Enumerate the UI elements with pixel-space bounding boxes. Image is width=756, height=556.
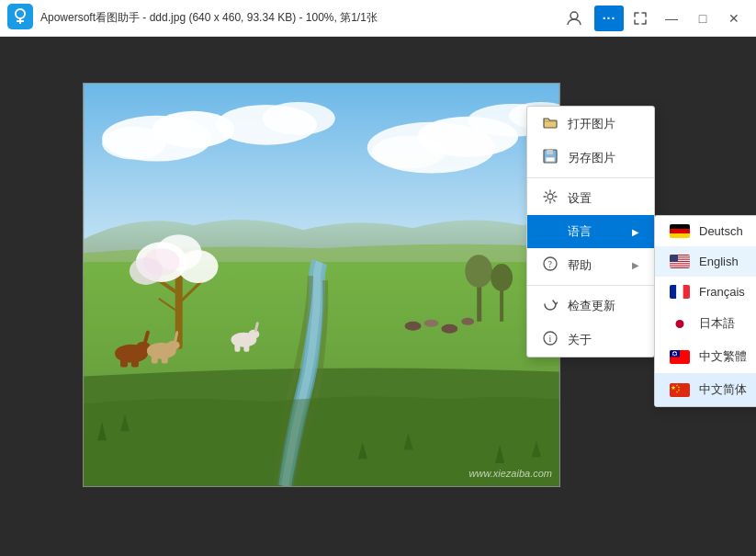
lang-de-label: Deutsch (699, 224, 743, 238)
svg-point-13 (372, 136, 446, 169)
menu-item-help-label: 帮助 (568, 257, 592, 274)
save-icon (542, 149, 559, 166)
titlebar: Apowersoft看图助手 - ddd.jpg (640 x 460, 93.… (0, 0, 756, 37)
svg-point-8 (102, 127, 166, 160)
svg-rect-33 (152, 347, 158, 364)
more-button[interactable]: ··· (594, 6, 624, 31)
lang-zh-tw-label: 中文繁體 (699, 348, 747, 365)
flag-cn-icon (670, 383, 690, 397)
svg-line-36 (175, 333, 177, 342)
menu-item-settings-label: 设置 (568, 190, 592, 207)
gear-settings-icon (542, 189, 559, 207)
menu-item-saveas[interactable]: 另存图片 (527, 141, 654, 175)
svg-rect-0 (7, 4, 33, 29)
help-arrow-icon: ▶ (632, 260, 639, 270)
svg-point-69 (676, 320, 684, 328)
svg-point-49 (491, 264, 513, 291)
svg-rect-67 (683, 285, 690, 299)
svg-point-42 (405, 322, 422, 331)
svg-text:i: i (549, 334, 552, 344)
lang-ja[interactable]: 日本語 (655, 307, 756, 340)
main-dropdown: 打开图片 另存图片 (526, 106, 655, 357)
svg-rect-51 (547, 150, 553, 154)
svg-point-10 (262, 102, 335, 135)
menu-item-saveas-label: 另存图片 (568, 150, 615, 166)
lang-zh-cn[interactable]: 中文简体 (655, 373, 756, 406)
maximize-button[interactable]: □ (688, 6, 717, 31)
language-submenu: Deutsch (654, 215, 756, 407)
fullscreen-button[interactable] (626, 6, 655, 31)
watermark: www.xiezaiba.com (469, 468, 552, 479)
svg-point-43 (423, 320, 438, 327)
svg-point-45 (461, 318, 474, 325)
lang-de[interactable]: Deutsch (655, 216, 756, 246)
svg-line-41 (255, 323, 257, 331)
flag-tw-icon (670, 350, 690, 364)
svg-rect-63 (670, 267, 690, 267)
main-area: www.xiezaiba.com 打开图片 (0, 37, 756, 556)
lang-fr-label: Français (699, 285, 745, 299)
svg-rect-54 (670, 224, 690, 229)
svg-rect-34 (162, 347, 168, 364)
menu-item-help[interactable]: ? 帮助 ▶ (527, 248, 654, 282)
flag-de-icon (670, 224, 690, 238)
menu-item-open-label: 打开图片 (568, 116, 615, 132)
lang-zh-tw[interactable]: 中文繁體 (655, 340, 756, 373)
menu-item-update[interactable]: 检查更新 (527, 289, 654, 323)
menu-item-language[interactable]: 语言 ▶ Deutsch (527, 215, 654, 248)
menu-divider-1 (527, 177, 654, 178)
image-container: www.xiezaiba.com (83, 83, 560, 487)
svg-point-53 (547, 194, 553, 199)
svg-point-40 (248, 330, 259, 339)
svg-point-35 (167, 341, 180, 350)
svg-text:?: ? (548, 259, 553, 269)
lang-ja-label: 日本語 (699, 315, 735, 332)
help-icon: ? (542, 256, 559, 274)
minimize-button[interactable]: — (657, 6, 686, 31)
menu-item-about[interactable]: i 关于 (527, 323, 654, 357)
svg-rect-74 (670, 383, 690, 397)
window-controls: ··· — □ ✕ (559, 6, 749, 31)
svg-point-44 (441, 324, 457, 334)
svg-rect-38 (234, 337, 240, 352)
refresh-icon (542, 297, 559, 314)
svg-point-47 (465, 255, 492, 288)
svg-rect-56 (670, 233, 690, 238)
language-arrow-icon: ▶ (632, 227, 639, 237)
lang-en-label: English (699, 255, 739, 268)
close-button[interactable]: ✕ (719, 6, 749, 31)
svg-rect-39 (243, 337, 249, 352)
menu-item-about-label: 关于 (568, 332, 592, 348)
menu-item-settings[interactable]: 设置 (527, 181, 654, 215)
svg-point-24 (178, 250, 219, 283)
svg-rect-28 (120, 349, 128, 368)
flag-fr-icon (670, 285, 690, 299)
user-button[interactable] (559, 6, 589, 31)
svg-rect-61 (670, 262, 690, 263)
svg-rect-62 (670, 264, 690, 265)
svg-point-26 (143, 248, 180, 276)
menu-item-language-label: 语言 (568, 223, 592, 240)
svg-rect-65 (670, 285, 676, 299)
flag-jp-icon (670, 317, 690, 331)
svg-point-4 (570, 12, 578, 19)
svg-rect-66 (676, 285, 683, 299)
about-icon: i (542, 331, 559, 348)
menu-divider-2 (527, 285, 654, 286)
flag-us-icon (670, 255, 690, 268)
lang-zh-cn-label: 中文简体 (699, 381, 747, 398)
lang-en[interactable]: English (655, 246, 756, 277)
svg-rect-64 (670, 255, 678, 262)
svg-rect-29 (131, 349, 139, 368)
svg-rect-52 (546, 157, 555, 162)
svg-rect-55 (670, 229, 690, 233)
window-title: Apowersoft看图助手 - ddd.jpg (640 x 460, 93.… (40, 10, 559, 26)
menu-item-open[interactable]: 打开图片 (527, 107, 654, 141)
folder-open-icon (542, 115, 559, 132)
lang-fr[interactable]: Français (655, 277, 756, 307)
app-logo (7, 4, 40, 33)
menu-item-update-label: 检查更新 (568, 298, 615, 314)
